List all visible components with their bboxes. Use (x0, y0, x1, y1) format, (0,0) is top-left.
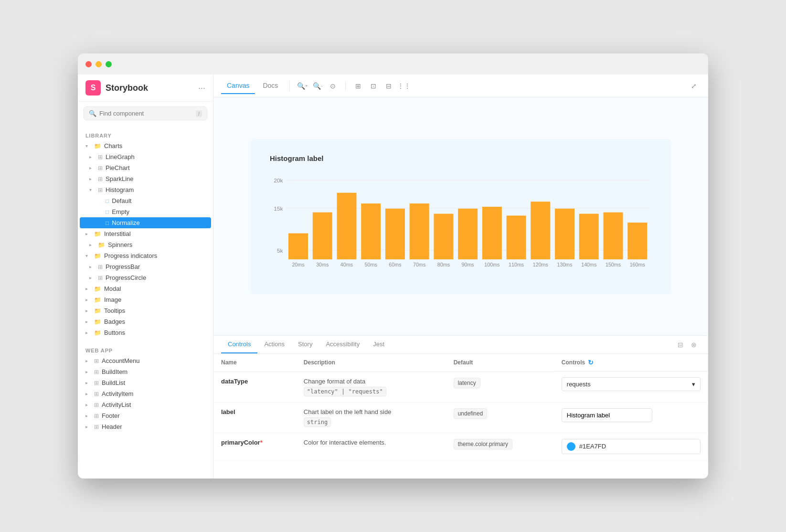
chevron-down-icon: ▾ (692, 381, 695, 388)
svg-text:130ms: 130ms (557, 261, 572, 267)
col-header-default: Default (446, 354, 554, 372)
folder-icon: 📁 (94, 143, 101, 149)
cell-datatype-desc: Change format of data "latency" | "reque… (296, 372, 446, 402)
sidebar-item-progresscircle[interactable]: ▸ ⊞ ProgressCircle (80, 272, 211, 283)
tab-jest[interactable]: Jest (366, 336, 391, 353)
sidebar-label-histogram: Histogram (106, 186, 134, 193)
sidebar-item-activityitem[interactable]: ▸ ⊞ ActivityItem (80, 388, 211, 399)
component-icon: ⊞ (94, 369, 99, 375)
sidebar-item-activitylist[interactable]: ▸ ⊞ ActivityList (80, 399, 211, 410)
folder-icon: 📁 (94, 308, 101, 314)
bar-130ms (555, 208, 574, 259)
search-box[interactable]: 🔍 / (84, 106, 207, 120)
sidebar-item-histogram-normalize[interactable]: □ Normalize (80, 217, 211, 228)
svg-text:20ms: 20ms (292, 261, 304, 267)
sidebar-title: Storybook (106, 83, 148, 93)
sidebar-item-interstitial[interactable]: ▸ 📁 Interstitial (80, 228, 211, 239)
tab-story[interactable]: Story (291, 336, 319, 353)
svg-text:40ms: 40ms (340, 261, 353, 267)
sidebar-item-linegraph[interactable]: ▸ ⊞ LineGraph (80, 151, 211, 162)
sidebar-item-charts[interactable]: ▾ 📁 Charts (80, 140, 211, 151)
chevron-right-icon: ▸ (89, 275, 95, 280)
sidebar-label-progress-indicators: Progress indicators (104, 252, 157, 259)
table-row-datatype: dataType Change format of data "latency"… (213, 372, 708, 402)
sidebar-item-buildlist[interactable]: ▸ ⊞ BuildList (80, 377, 211, 388)
tab-controls[interactable]: Controls (221, 336, 257, 353)
input-label[interactable] (562, 408, 652, 422)
component-icon: ⊞ (94, 380, 99, 386)
component-icon: ⊞ (98, 154, 103, 160)
bar-120ms (531, 202, 550, 259)
sidebar-item-header[interactable]: ▸ ⊞ Header (80, 421, 211, 432)
story-icon: □ (106, 209, 109, 215)
sidebar-item-progressbar[interactable]: ▸ ⊞ ProgressBar (80, 261, 211, 272)
svg-text:90ms: 90ms (462, 261, 474, 267)
chevron-right-icon: ▸ (85, 358, 91, 363)
app-window: S Storybook ··· 🔍 / LIBRARY ▾ 📁 Charts (78, 53, 708, 479)
svg-text:110ms: 110ms (509, 261, 524, 267)
table-row-label: label Chart label on the left hand side … (213, 402, 708, 433)
svg-text:30ms: 30ms (316, 261, 329, 267)
sidebar-item-image[interactable]: ▸ 📁 Image (80, 294, 211, 305)
sidebar-item-histogram-empty[interactable]: □ Empty (80, 206, 211, 217)
sidebar-item-histogram[interactable]: ▾ ⊞ Histogram (80, 184, 211, 195)
sidebar-item-spinners[interactable]: ▸ 📁 Spinners (80, 239, 211, 250)
sidebar-item-footer[interactable]: ▸ ⊞ Footer (80, 410, 211, 421)
tab-docs[interactable]: Docs (257, 78, 284, 94)
sidebar-item-tooltips[interactable]: ▸ 📁 Tooltips (80, 305, 211, 316)
chevron-down-icon: ▾ (89, 187, 95, 192)
sidebar-item-badges[interactable]: ▸ 📁 Badges (80, 316, 211, 327)
param-desc-primarycolor: Color for interactive elements. (304, 439, 386, 446)
maximize-button[interactable] (106, 61, 112, 67)
main-toolbar: Canvas Docs 🔍+ 🔍- ⊙ ⊞ ⊡ ⊟ ⋮⋮ ⤢ (213, 74, 708, 97)
bar-50ms (361, 203, 381, 259)
split-view-button[interactable]: ⊟ (674, 338, 687, 351)
sidebar-item-sparkline[interactable]: ▸ ⊞ SparkLine (80, 173, 211, 184)
close-panel-button[interactable]: ⊗ (687, 338, 701, 351)
more-options-button[interactable]: ··· (198, 83, 205, 93)
select-datatype[interactable]: requests ▾ (562, 377, 701, 391)
zoom-reset-button[interactable]: ⊙ (326, 79, 340, 93)
sidebar-item-progress-indicators[interactable]: ▾ 📁 Progress indicators (80, 250, 211, 261)
sidebar-item-histogram-default[interactable]: □ Default (80, 195, 211, 206)
grid-dots-button[interactable]: ⋮⋮ (397, 79, 411, 93)
sidebar-item-accountmenu[interactable]: ▸ ⊞ AccountMenu (80, 355, 211, 366)
close-button[interactable] (85, 61, 92, 67)
sidebar-label-default: Default (112, 197, 131, 204)
component-icon: ⊞ (94, 391, 99, 397)
sidebar-item-modal[interactable]: ▸ 📁 Modal (80, 283, 211, 294)
zoom-in-button[interactable]: 🔍+ (296, 79, 309, 93)
fullscreen-button[interactable]: ⤢ (687, 79, 701, 93)
tab-canvas[interactable]: Canvas (221, 78, 255, 94)
folder-icon: 📁 (94, 253, 101, 259)
layout-button[interactable]: ⊟ (382, 79, 395, 93)
color-picker-primarycolor[interactable]: #1EA7FD (562, 439, 701, 454)
required-star: * (260, 439, 263, 446)
tab-actions[interactable]: Actions (257, 336, 291, 353)
sidebar-item-piechart[interactable]: ▸ ⊞ PieChart (80, 162, 211, 173)
sidebar-item-buttons[interactable]: ▸ 📁 Buttons (80, 327, 211, 338)
bar-80ms (434, 213, 453, 259)
chevron-right-icon: ▸ (85, 380, 91, 385)
sidebar-label-modal: Modal (104, 285, 121, 292)
minimize-button[interactable] (96, 61, 102, 67)
svg-text:150ms: 150ms (605, 261, 621, 267)
param-name-label: label (221, 408, 235, 415)
search-input[interactable] (99, 110, 193, 117)
sidebar-label-buildlist: BuildList (102, 379, 125, 386)
sidebar-label-interstitial: Interstitial (104, 230, 131, 237)
sidebar-label-image: Image (104, 296, 121, 303)
chevron-right-icon: ▸ (85, 369, 91, 374)
toolbar-divider (289, 81, 290, 91)
color-swatch-primarycolor (567, 442, 575, 451)
sidebar-item-builditem[interactable]: ▸ ⊞ BuildItem (80, 366, 211, 377)
component-icon: ⊞ (98, 165, 103, 171)
titlebar (78, 53, 708, 74)
grid-view-button[interactable]: ⊞ (351, 79, 365, 93)
crop-button[interactable]: ⊡ (367, 79, 380, 93)
sidebar-content: LIBRARY ▾ 📁 Charts ▸ ⊞ LineGraph ▸ ⊞ Pie… (78, 125, 213, 479)
sidebar-label-accountmenu: AccountMenu (102, 357, 140, 364)
reset-controls-icon[interactable]: ↻ (588, 359, 594, 366)
zoom-out-button[interactable]: 🔍- (311, 79, 324, 93)
tab-accessibility[interactable]: Accessibility (319, 336, 366, 353)
